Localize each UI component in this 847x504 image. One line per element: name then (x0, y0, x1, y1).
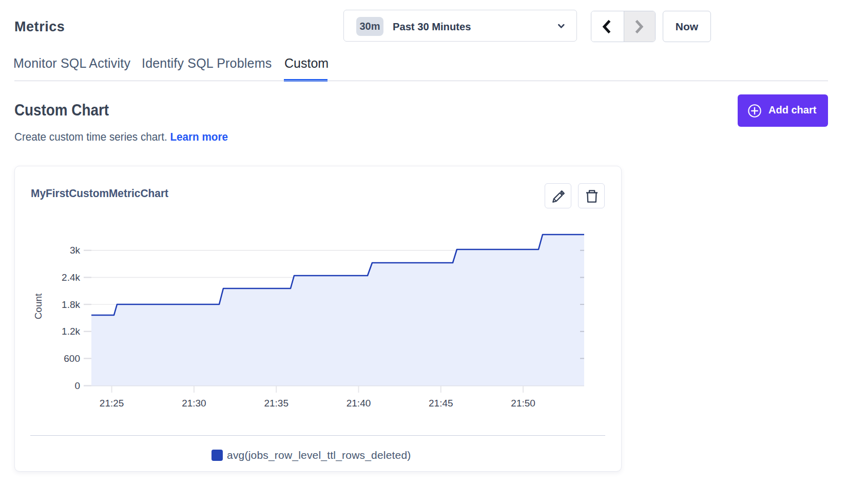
svg-text:1.8k: 1.8k (62, 299, 80, 310)
svg-text:1.2k: 1.2k (62, 326, 80, 337)
svg-text:Count: Count (33, 293, 44, 319)
svg-text:21:40: 21:40 (346, 398, 371, 409)
svg-text:21:50: 21:50 (511, 398, 535, 409)
svg-text:21:30: 21:30 (182, 398, 206, 409)
svg-text:21:45: 21:45 (429, 398, 453, 409)
svg-text:0: 0 (74, 380, 80, 391)
svg-text:2.4k: 2.4k (62, 272, 80, 283)
svg-text:21:35: 21:35 (264, 398, 288, 409)
svg-text:21:25: 21:25 (100, 398, 124, 409)
svg-text:3k: 3k (70, 245, 81, 256)
svg-text:600: 600 (64, 353, 80, 364)
